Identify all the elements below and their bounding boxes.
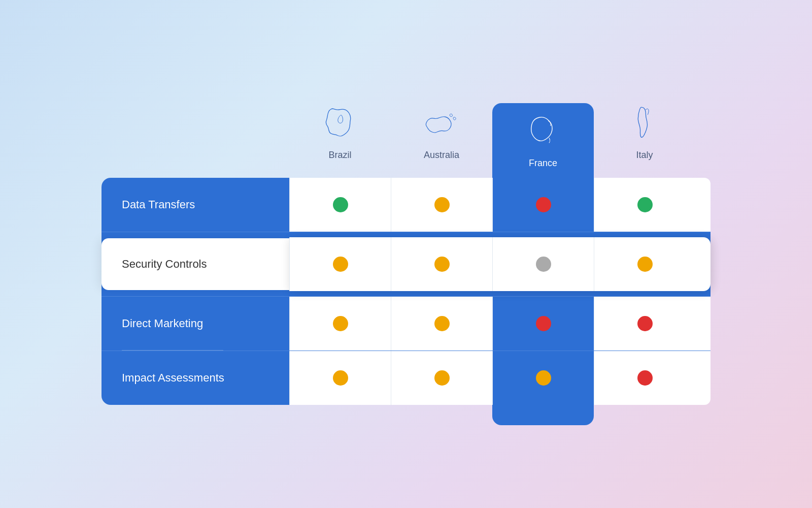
dot-dt-italy — [637, 197, 653, 212]
australia-label: Australia — [424, 150, 459, 161]
australia-icon — [421, 103, 462, 144]
dot-dm-france — [536, 316, 551, 331]
row-impact-assessments: Impact Assessments — [101, 351, 710, 405]
cell-ia-brazil — [289, 351, 391, 405]
country-header-row: Brazil Australia France — [289, 103, 710, 178]
cell-ia-france — [492, 351, 594, 405]
table-wrapper-outer: Data Transfers — [101, 178, 710, 405]
dot-dt-france — [536, 197, 551, 212]
label-impact-assessments: Impact Assessments — [101, 352, 289, 404]
cell-dm-italy — [594, 297, 695, 351]
dot-dt-brazil — [333, 197, 348, 212]
dot-sc-australia — [434, 257, 450, 272]
cell-dm-australia — [391, 297, 492, 351]
cell-dt-australia — [391, 178, 492, 232]
country-australia[interactable]: Australia — [391, 103, 492, 178]
italy-label: Italy — [636, 150, 653, 161]
label-security-controls: Security Controls — [101, 238, 289, 290]
dot-sc-brazil — [333, 257, 348, 272]
dot-dm-italy — [637, 316, 653, 331]
italy-icon — [624, 103, 665, 144]
country-brazil[interactable]: Brazil — [289, 103, 391, 178]
dot-dm-brazil — [333, 316, 348, 331]
country-italy[interactable]: Italy — [594, 103, 695, 178]
cell-sc-brazil — [289, 237, 391, 291]
cells-direct-marketing — [289, 297, 710, 351]
main-container: Brazil Australia France — [101, 103, 710, 405]
dot-ia-brazil — [333, 370, 348, 386]
france-label: France — [529, 158, 557, 169]
row-direct-marketing: Direct Marketing — [101, 296, 710, 351]
cells-data-transfers — [289, 178, 710, 232]
cell-sc-australia — [391, 237, 492, 291]
active-col-bottom — [492, 405, 594, 425]
cell-dt-italy — [594, 178, 695, 232]
dot-sc-italy — [637, 257, 653, 272]
row-security-controls: Security Controls — [101, 232, 710, 296]
dot-ia-australia — [434, 370, 450, 386]
france-icon — [523, 111, 563, 152]
label-data-transfers: Data Transfers — [101, 179, 289, 231]
dot-ia-france — [536, 370, 551, 386]
dot-sc-france — [536, 257, 551, 272]
dot-dt-australia — [434, 197, 450, 212]
dot-ia-italy — [637, 370, 653, 386]
row-data-transfers: Data Transfers — [101, 178, 710, 232]
brazil-icon — [320, 103, 360, 144]
cell-dm-brazil — [289, 297, 391, 351]
dot-dm-australia — [434, 316, 450, 331]
cell-sc-italy — [594, 237, 695, 291]
country-france[interactable]: France — [492, 103, 594, 178]
cells-security-controls — [289, 237, 710, 291]
comparison-table: Data Transfers — [101, 178, 710, 405]
label-direct-marketing: Direct Marketing — [101, 298, 289, 350]
cell-sc-france — [492, 237, 594, 291]
cell-ia-italy — [594, 351, 695, 405]
cell-dt-brazil — [289, 178, 391, 232]
brazil-label: Brazil — [328, 150, 351, 161]
cell-dm-france — [492, 297, 594, 351]
cells-impact-assessments — [289, 351, 710, 405]
cell-ia-australia — [391, 351, 492, 405]
cell-dt-france — [492, 178, 594, 232]
